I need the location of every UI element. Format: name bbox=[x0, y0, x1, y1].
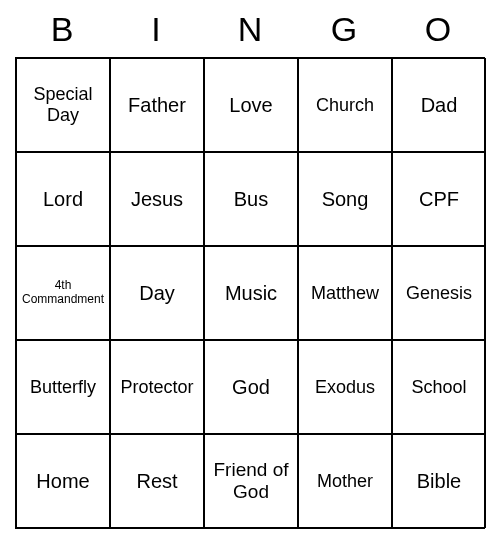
bingo-cell[interactable]: Church bbox=[298, 58, 392, 152]
header-letter-b: B bbox=[15, 10, 109, 49]
header-letter-n: N bbox=[203, 10, 297, 49]
bingo-grid: Special DayFatherLoveChurchDadLordJesusB… bbox=[15, 57, 485, 529]
bingo-cell[interactable]: Bus bbox=[204, 152, 298, 246]
bingo-cell[interactable]: Dad bbox=[392, 58, 486, 152]
bingo-cell[interactable]: Father bbox=[110, 58, 204, 152]
bingo-cell[interactable]: Friend of God bbox=[204, 434, 298, 528]
bingo-cell[interactable]: Butterfly bbox=[16, 340, 110, 434]
bingo-cell[interactable]: Special Day bbox=[16, 58, 110, 152]
bingo-cell[interactable]: Bible bbox=[392, 434, 486, 528]
bingo-cell[interactable]: Lord bbox=[16, 152, 110, 246]
bingo-header: B I N G O bbox=[15, 10, 485, 49]
bingo-cell[interactable]: Love bbox=[204, 58, 298, 152]
bingo-cell[interactable]: God bbox=[204, 340, 298, 434]
bingo-cell[interactable]: CPF bbox=[392, 152, 486, 246]
bingo-cell[interactable]: Song bbox=[298, 152, 392, 246]
bingo-cell[interactable]: Music bbox=[204, 246, 298, 340]
bingo-cell[interactable]: School bbox=[392, 340, 486, 434]
bingo-cell[interactable]: Jesus bbox=[110, 152, 204, 246]
bingo-cell[interactable]: Mother bbox=[298, 434, 392, 528]
bingo-cell[interactable]: Home bbox=[16, 434, 110, 528]
bingo-cell[interactable]: 4th Commandment bbox=[16, 246, 110, 340]
bingo-cell[interactable]: Genesis bbox=[392, 246, 486, 340]
bingo-cell[interactable]: Protector bbox=[110, 340, 204, 434]
header-letter-i: I bbox=[109, 10, 203, 49]
header-letter-o: O bbox=[391, 10, 485, 49]
bingo-cell[interactable]: Rest bbox=[110, 434, 204, 528]
bingo-cell[interactable]: Matthew bbox=[298, 246, 392, 340]
bingo-cell[interactable]: Exodus bbox=[298, 340, 392, 434]
header-letter-g: G bbox=[297, 10, 391, 49]
bingo-cell[interactable]: Day bbox=[110, 246, 204, 340]
